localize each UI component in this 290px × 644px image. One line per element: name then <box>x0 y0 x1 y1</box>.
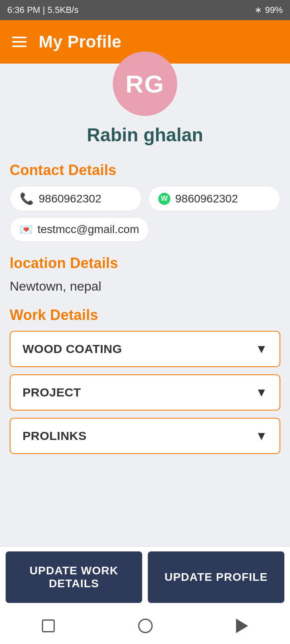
contact-details-title: Contact Details <box>10 162 280 179</box>
user-name: Rabin ghalan <box>87 124 203 146</box>
time-text: 6:36 PM | 5.5KB/s <box>7 5 79 15</box>
menu-line <box>12 45 27 47</box>
work-details-section: Work Details WOOD COATING ▼ PROJECT ▼ PR… <box>10 307 280 461</box>
location-details-title: location Details <box>10 255 280 272</box>
chevron-down-icon: ▼ <box>255 386 267 399</box>
phone-number: 9860962302 <box>39 192 102 205</box>
email-address: testmcc@gmail.com <box>37 223 139 236</box>
whatsapp-icon: W <box>158 193 170 205</box>
contact-row-phones: 📞 9860962302 W 9860962302 <box>10 186 280 211</box>
dropdown-wood-coating[interactable]: WOOD COATING ▼ <box>10 331 280 367</box>
status-right: ∗ 99% <box>255 5 283 15</box>
dropdown-project-label: PROJECT <box>23 386 81 399</box>
dropdown-prolinks[interactable]: PROLINKS ▼ <box>10 418 280 454</box>
chevron-down-icon: ▼ <box>255 342 267 356</box>
home-button[interactable] <box>138 619 153 633</box>
recent-apps-button[interactable] <box>42 619 55 632</box>
menu-line <box>12 41 27 43</box>
email-icon: 💌 <box>20 223 33 236</box>
whatsapp-number: 9860962302 <box>175 192 238 205</box>
chevron-down-icon: ▼ <box>255 429 267 443</box>
avatar-container: RG <box>113 52 177 116</box>
dropdown-prolinks-label: PROLINKS <box>23 429 87 443</box>
location-text: Newtown, nepal <box>10 279 280 294</box>
bottom-buttons: UPDATE WORK DETAILS UPDATE PROFILE <box>0 546 290 608</box>
work-details-title: Work Details <box>10 307 280 324</box>
email-chip[interactable]: 💌 testmcc@gmail.com <box>10 217 149 242</box>
avatar-initials: RG <box>126 70 165 98</box>
update-profile-button[interactable]: UPDATE PROFILE <box>148 551 284 603</box>
phone-icon: 📞 <box>20 192 34 205</box>
android-nav-bar <box>0 608 290 644</box>
phone-chip[interactable]: 📞 9860962302 <box>10 186 142 211</box>
bluetooth-icon: ∗ <box>255 5 262 15</box>
location-details-section: location Details Newtown, nepal <box>10 255 280 294</box>
menu-line <box>12 37 27 38</box>
page-title: My Profile <box>39 32 122 52</box>
dropdown-project[interactable]: PROJECT ▼ <box>10 374 280 411</box>
dropdown-wood-coating-label: WOOD COATING <box>23 342 122 356</box>
update-work-details-button[interactable]: UPDATE WORK DETAILS <box>6 551 142 603</box>
battery-text: 99% <box>265 5 283 15</box>
contact-details-section: Contact Details 📞 9860962302 W 986096230… <box>10 162 280 242</box>
avatar: RG <box>113 52 177 116</box>
whatsapp-chip[interactable]: W 9860962302 <box>148 186 280 211</box>
main-content: RG Rabin ghalan Contact Details 📞 986096… <box>0 64 290 546</box>
back-button[interactable] <box>236 619 248 633</box>
status-bar: 6:36 PM | 5.5KB/s ∗ 99% <box>0 0 290 20</box>
status-left: 6:36 PM | 5.5KB/s <box>7 5 79 15</box>
menu-button[interactable] <box>12 37 27 47</box>
